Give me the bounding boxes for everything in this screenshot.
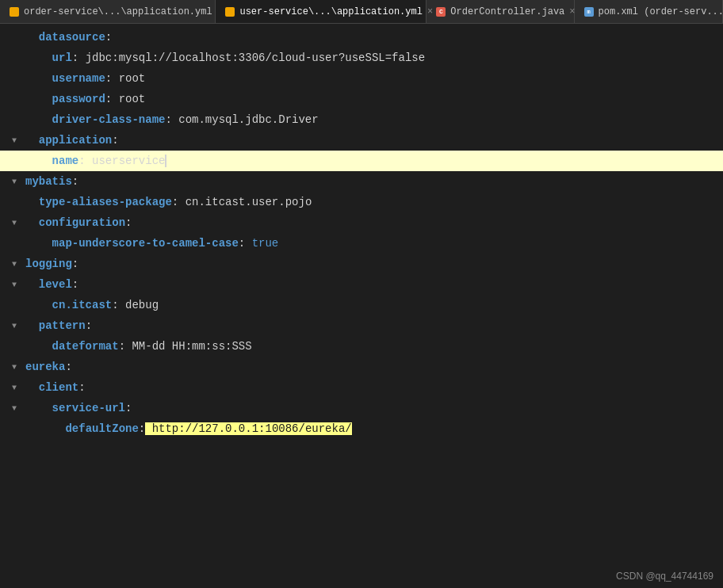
yaml-key: defaultZone xyxy=(65,422,138,435)
yaml-value-highlight: http://127.0.0.1:10086/eureka/ xyxy=(145,422,351,435)
code-line: type-aliases-package: cn.itcast.user.poj… xyxy=(0,192,723,212)
java-icon: C xyxy=(436,7,446,17)
yaml-key: level xyxy=(39,278,72,291)
tab-tab3[interactable]: COrderController.java× xyxy=(427,0,574,24)
code-line: datasource: xyxy=(0,27,723,48)
code-line: ▼ configuration: xyxy=(0,212,723,233)
tab-tab2[interactable]: user-service\...\application.yml× xyxy=(216,0,427,24)
fold-arrow-icon[interactable]: ▼ xyxy=(10,260,18,268)
yaml-value: true xyxy=(245,237,278,250)
yaml-colon: : xyxy=(239,237,245,250)
yaml-key: eureka xyxy=(25,361,65,373)
tab-tab1[interactable]: order-service\...\application.yml× xyxy=(0,0,216,24)
fold-gutter: ▼ xyxy=(6,322,22,330)
yaml-value: userservice xyxy=(86,155,166,167)
tab-label: pom.xml (order-serv... xyxy=(599,6,723,17)
yaml-colon: : xyxy=(72,52,78,64)
code-line: ▼ level: xyxy=(0,274,723,295)
fold-gutter: ▼ xyxy=(6,178,22,185)
yaml-value: root xyxy=(112,72,145,85)
fold-gutter: ▼ xyxy=(6,136,22,144)
fold-arrow-icon[interactable]: ▼ xyxy=(10,404,18,412)
yaml-value: com.mysql.jdbc.Driver xyxy=(172,113,319,126)
yaml-value: cn.itcast.user.pojo xyxy=(178,196,312,208)
yaml-key: type-aliases-package xyxy=(39,196,172,208)
yaml-key: url xyxy=(52,52,72,64)
yaml-key: dateformat xyxy=(52,340,119,353)
fold-arrow-icon[interactable]: ▼ xyxy=(10,219,18,227)
yaml-key: client xyxy=(39,381,78,394)
yaml-key: username xyxy=(52,72,105,85)
yaml-value: root xyxy=(112,93,145,105)
tab-label: user-service\...\application.yml xyxy=(239,6,422,17)
code-content: url: jdbc:mysql://localhost:3306/cloud-u… xyxy=(22,48,723,68)
fold-arrow-icon[interactable]: ▼ xyxy=(10,281,18,288)
yaml-key: driver-class-name xyxy=(52,113,166,126)
yaml-colon: : xyxy=(165,113,171,126)
yaml-icon xyxy=(225,7,235,17)
yaml-colon: : xyxy=(78,155,85,167)
code-content: pattern: xyxy=(22,315,723,336)
code-content: defaultZone: http://127.0.0.1:10086/eure… xyxy=(22,418,723,439)
code-line: ▼logging: xyxy=(0,254,723,274)
yaml-colon: : xyxy=(105,31,112,44)
fold-gutter: ▼ xyxy=(6,384,22,391)
yaml-key: cn.itcast xyxy=(52,299,113,311)
yaml-key: datasource xyxy=(39,31,105,44)
yaml-colon: : xyxy=(112,134,118,147)
fold-arrow-icon[interactable]: ▼ xyxy=(10,322,18,330)
code-line: ▼eureka: xyxy=(0,357,723,377)
code-line: name: userservice xyxy=(0,151,723,171)
tab-bar: order-service\...\application.yml×user-s… xyxy=(0,0,723,24)
yaml-colon: : xyxy=(72,278,78,291)
yaml-colon: : xyxy=(139,422,145,435)
tab-label: OrderController.java xyxy=(450,6,564,17)
code-content: service-url: xyxy=(22,398,723,418)
yaml-colon: : xyxy=(65,361,71,373)
yaml-key: logging xyxy=(25,258,72,270)
watermark: CSDN @qq_44744169 xyxy=(616,571,713,582)
code-line: driver-class-name: com.mysql.jdbc.Driver xyxy=(0,109,723,130)
yaml-colon: : xyxy=(105,72,112,85)
yaml-key: service-url xyxy=(52,402,125,414)
code-content: username: root xyxy=(22,68,723,89)
yaml-colon: : xyxy=(125,402,132,414)
tab-label: order-service\...\application.yml xyxy=(24,6,212,17)
code-content: client: xyxy=(22,377,723,398)
yaml-colon: : xyxy=(72,175,78,188)
fold-gutter: ▼ xyxy=(6,363,22,371)
code-line: map-underscore-to-camel-case: true xyxy=(0,233,723,254)
fold-gutter: ▼ xyxy=(6,260,22,268)
fold-gutter: ▼ xyxy=(6,404,22,412)
code-line: defaultZone: http://127.0.0.1:10086/eure… xyxy=(0,418,723,439)
fold-arrow-icon[interactable]: ▼ xyxy=(10,178,18,185)
yaml-key: configuration xyxy=(39,216,125,229)
code-content: application: xyxy=(22,130,723,151)
code-content: level: xyxy=(22,274,723,295)
code-content: logging: xyxy=(22,254,723,274)
yaml-colon: : xyxy=(78,381,85,394)
code-content: dateformat: MM-dd HH:mm:ss:SSS xyxy=(22,336,723,357)
code-content: type-aliases-package: cn.itcast.user.poj… xyxy=(22,192,723,212)
code-content: password: root xyxy=(22,89,723,109)
code-content: map-underscore-to-camel-case: true xyxy=(22,233,723,254)
code-line: password: root xyxy=(0,89,723,109)
yaml-colon: : xyxy=(125,216,132,229)
fold-gutter: ▼ xyxy=(6,219,22,227)
yaml-key: name xyxy=(52,155,79,167)
yaml-key: mybatis xyxy=(25,175,72,188)
editor-area: datasource: url: jdbc:mysql://localhost:… xyxy=(0,24,723,588)
code-content: cn.itcast: debug xyxy=(22,295,723,315)
fold-arrow-icon[interactable]: ▼ xyxy=(10,363,18,371)
code-content: configuration: xyxy=(22,212,723,233)
code-line: ▼ application: xyxy=(0,130,723,151)
code-line: ▼ pattern: xyxy=(0,315,723,336)
fold-arrow-icon[interactable]: ▼ xyxy=(10,384,18,391)
yaml-colon: : xyxy=(105,93,112,105)
code-content: datasource: xyxy=(22,27,723,48)
code-line: dateformat: MM-dd HH:mm:ss:SSS xyxy=(0,336,723,357)
yaml-icon xyxy=(10,7,19,17)
tab-tab4[interactable]: mpom.xml (order-serv... xyxy=(575,0,723,24)
fold-arrow-icon[interactable]: ▼ xyxy=(10,136,18,144)
text-cursor xyxy=(165,155,166,167)
